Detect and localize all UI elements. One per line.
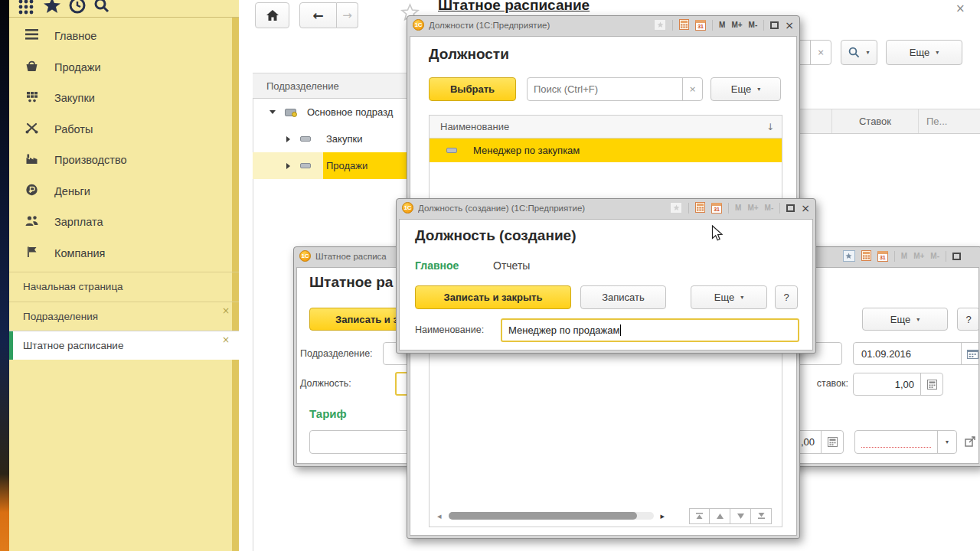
history-clock-icon[interactable] bbox=[67, 0, 87, 18]
search-input[interactable] bbox=[528, 78, 682, 100]
department-label: Подразделение: bbox=[300, 348, 373, 359]
form-close-icon[interactable]: × bbox=[956, 2, 965, 15]
tariff-section-header[interactable]: Тариф bbox=[309, 407, 347, 420]
pin-icon[interactable] bbox=[670, 202, 682, 214]
calc-button-icon[interactable] bbox=[821, 431, 843, 453]
calendar-icon[interactable]: 31 bbox=[695, 20, 706, 31]
clear-search-icon[interactable]: × bbox=[810, 41, 831, 64]
sidebar-tab-home[interactable]: Начальная страница bbox=[9, 272, 239, 301]
sidebar-item-main[interactable]: Главное bbox=[9, 21, 232, 51]
sidebar-item-works[interactable]: Работы bbox=[9, 114, 232, 145]
tab-reports[interactable]: Отчеты bbox=[493, 259, 530, 272]
monitor-m-minus-button[interactable]: M- bbox=[749, 21, 758, 29]
tab-close-icon[interactable]: × bbox=[222, 334, 230, 345]
calculator-icon[interactable] bbox=[861, 250, 871, 262]
date-field[interactable]: 01.09.2016 bbox=[853, 342, 979, 365]
search-field[interactable]: × bbox=[527, 77, 703, 101]
rate-value: 1,00 bbox=[854, 379, 920, 390]
tab-main[interactable]: Главное bbox=[415, 259, 459, 272]
monitor-m-button[interactable]: M bbox=[901, 252, 907, 260]
list-row-selected[interactable]: Менеджер по закупкам bbox=[430, 139, 782, 162]
help-button[interactable]: ? bbox=[775, 285, 798, 309]
monitor-m-plus-button[interactable]: M+ bbox=[731, 21, 742, 29]
monitor-m-minus-button[interactable]: M- bbox=[930, 252, 939, 260]
monitor-m-plus-button[interactable]: M+ bbox=[747, 204, 758, 212]
maximize-button[interactable] bbox=[786, 204, 795, 212]
scrollbar-thumb[interactable] bbox=[449, 512, 637, 520]
rate-field[interactable]: 1,00 bbox=[853, 373, 943, 396]
more-button[interactable]: Еще ▾ bbox=[710, 77, 781, 101]
favorites-star-icon[interactable] bbox=[41, 0, 63, 18]
open-link-icon[interactable] bbox=[965, 435, 976, 450]
home-icon bbox=[266, 9, 279, 21]
name-column-header[interactable]: Наименование ↓ bbox=[430, 116, 782, 139]
page-title[interactable]: Штатное расписание bbox=[438, 0, 590, 14]
go-up-button[interactable] bbox=[710, 508, 730, 524]
help-button[interactable]: ? bbox=[957, 308, 979, 331]
monitor-m-minus-button[interactable]: M- bbox=[765, 204, 774, 212]
button-label: Выбрать bbox=[450, 83, 495, 95]
go-first-button[interactable] bbox=[689, 508, 710, 524]
window-position-create: 1С Должность (создание) (1С:Предприятие)… bbox=[396, 198, 816, 354]
sidebar-item-sales[interactable]: Продажи bbox=[9, 52, 232, 83]
sidebar-item-company[interactable]: Компания bbox=[9, 238, 232, 269]
save-close-button[interactable]: Записать и закрыть bbox=[415, 285, 571, 309]
currency-combo[interactable]: ▾ bbox=[854, 430, 957, 454]
select-button[interactable]: Выбрать bbox=[429, 77, 516, 101]
search-button[interactable]: ▾ bbox=[841, 40, 877, 65]
save-button[interactable]: Записать bbox=[580, 285, 666, 309]
help-label: ? bbox=[783, 292, 789, 303]
collapse-icon[interactable] bbox=[270, 110, 276, 114]
tab-label: Штатное расписание bbox=[23, 340, 123, 351]
clear-search-icon[interactable]: × bbox=[682, 78, 702, 100]
calc-button-icon[interactable] bbox=[920, 373, 942, 395]
go-last-button[interactable] bbox=[751, 508, 772, 524]
name-input-focused[interactable]: Менеджер по продажам bbox=[501, 318, 799, 342]
expand-icon[interactable] bbox=[286, 163, 290, 169]
sidebar-item-money[interactable]: Деньги bbox=[9, 176, 232, 207]
list-footer: ◂ ▸ bbox=[430, 505, 782, 527]
sidebar-item-label: Деньги bbox=[54, 185, 90, 197]
search-icon[interactable] bbox=[92, 0, 112, 18]
more-button[interactable]: Еще ▾ bbox=[862, 308, 948, 331]
pin-icon[interactable] bbox=[654, 19, 666, 31]
grid-menu-icon[interactable] bbox=[17, 0, 35, 18]
calculator-icon[interactable] bbox=[695, 202, 705, 214]
sidebar-item-production[interactable]: Производство bbox=[9, 145, 232, 175]
combo-dropdown-icon[interactable]: ▾ bbox=[937, 431, 956, 453]
expand-icon[interactable] bbox=[286, 136, 290, 142]
more-button[interactable]: Еще ▾ bbox=[691, 285, 767, 309]
close-button[interactable]: × bbox=[785, 21, 794, 29]
sort-descending-icon[interactable]: ↓ bbox=[766, 122, 774, 132]
calendar-icon[interactable]: 31 bbox=[711, 203, 722, 214]
monitor-m-button[interactable]: M bbox=[719, 21, 725, 29]
home-button[interactable] bbox=[255, 2, 289, 28]
sidebar-tab-staffing[interactable]: Штатное расписание × bbox=[9, 331, 239, 360]
window-titlebar[interactable]: 1С Должность (создание) (1С:Предприятие)… bbox=[397, 199, 815, 217]
go-down-button[interactable] bbox=[730, 508, 751, 524]
scroll-left-icon[interactable]: ◂ bbox=[437, 511, 442, 521]
sidebar-tab-departments[interactable]: Подразделения × bbox=[9, 302, 239, 331]
column-label: Подразделение bbox=[266, 80, 339, 92]
horizontal-scrollbar[interactable] bbox=[449, 512, 654, 520]
pin-star-icon[interactable] bbox=[843, 250, 855, 262]
monitor-m-plus-button[interactable]: M+ bbox=[913, 252, 924, 260]
back-button[interactable]: ← bbox=[299, 2, 337, 28]
sidebar-item-purchases[interactable]: Закупки bbox=[9, 83, 232, 113]
column-pe[interactable]: Пе... bbox=[919, 109, 980, 133]
scroll-right-icon[interactable]: ▸ bbox=[661, 511, 665, 521]
tab-close-icon[interactable]: × bbox=[222, 305, 230, 316]
forward-button[interactable]: → bbox=[337, 2, 358, 28]
window-titlebar[interactable]: 1С Должности (1С:Предприятие) 31 M M+ M-… bbox=[407, 16, 799, 34]
maximize-button[interactable] bbox=[770, 21, 779, 29]
list-more-button[interactable]: Еще ▾ bbox=[886, 40, 962, 65]
calendar-icon[interactable]: 31 bbox=[877, 251, 888, 262]
calculator-icon[interactable] bbox=[679, 19, 689, 31]
date-picker-icon[interactable] bbox=[961, 343, 979, 364]
monitor-m-button[interactable]: M bbox=[735, 204, 741, 212]
sidebar-item-label: Компания bbox=[54, 247, 105, 259]
sidebar-item-salary[interactable]: Зарплата bbox=[9, 207, 232, 237]
maximize-button[interactable] bbox=[952, 253, 961, 260]
close-button[interactable]: × bbox=[801, 204, 810, 212]
column-rate[interactable]: Ставок bbox=[832, 109, 919, 133]
